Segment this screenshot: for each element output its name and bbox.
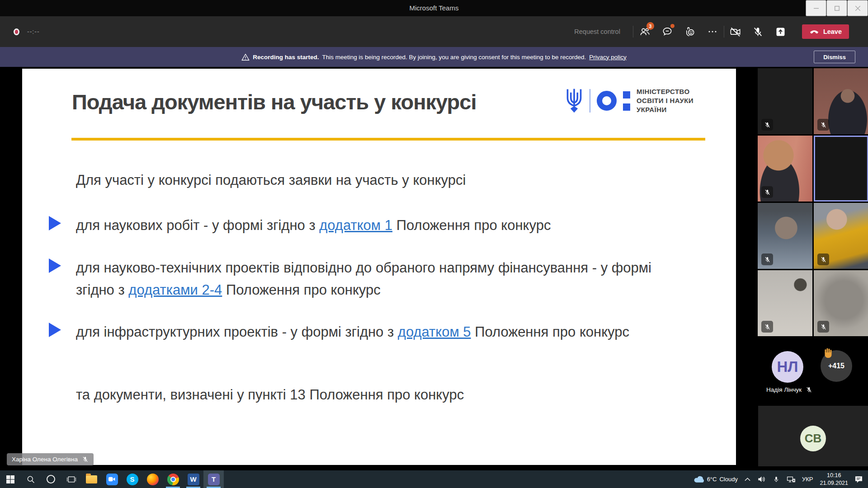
file-explorer-icon [86,475,97,483]
participants-button[interactable]: 3 [633,21,656,42]
ministry-o-logo-icon [597,91,617,111]
chrome-icon [167,474,179,485]
trident-icon [565,87,583,115]
maximize-button[interactable] [826,0,847,16]
chat-button[interactable] [656,21,679,42]
firefox-icon [147,474,159,485]
microphone-tray-button[interactable] [773,476,780,483]
mic-muted-indicator [761,253,773,265]
weather-widget[interactable]: 6°C Cloudy [693,476,738,483]
show-hidden-icons-button[interactable] [745,478,750,481]
chevron-up-icon [745,478,750,481]
slide-link-dodatkamy-2-4[interactable]: додатками 2-4 [128,282,222,298]
teams-icon: T [208,474,220,485]
mic-off-icon [806,386,812,393]
network-button[interactable] [787,476,795,483]
start-button[interactable] [0,470,20,488]
participants-sidebar: НЛ +415 Надія Лінчук СВ [756,67,868,470]
participant-audio-tile[interactable]: СВ [758,406,868,466]
window-titlebar: Microsoft Teams [0,0,868,16]
meeting-stage: Подача документів на участь у конкурсі М… [0,67,868,470]
ministry-logo: МІНІСТЕРСТВО ОСВІТИ І НАУКИ УКРАЇНИ [565,87,693,115]
chat-notification-dot [670,24,675,28]
teams-button[interactable]: T [203,470,224,488]
privacy-policy-link[interactable]: Privacy policy [589,54,627,61]
skype-button[interactable]: S [122,470,142,488]
close-button[interactable] [847,0,868,16]
participant-video-tile[interactable] [758,68,812,134]
leave-button[interactable]: Leave [802,24,849,39]
bullet-triangle-icon [49,323,61,337]
dismiss-button[interactable]: Dismiss [814,51,855,63]
task-view-icon [67,475,76,483]
overflow-participants-badge[interactable]: +415 [821,350,852,382]
action-center-button[interactable] [855,476,863,483]
presenter-name-label: Харіна Олена Олегівна [7,453,94,465]
handset-icon [809,28,819,35]
cortana-button[interactable] [41,470,61,488]
minimize-icon [814,6,819,11]
banner-text: This meeting is being recorded. By joini… [322,54,586,61]
bullet-triangle-icon [49,216,61,230]
banner-bold-text: Recording has started. [253,54,319,61]
participant-video-tile[interactable] [758,136,812,202]
participant-avatar: СВ [800,426,826,451]
logo-divider [590,89,590,113]
request-control-button[interactable]: Request control [574,28,620,35]
slide-bullet-1: для наукових робіт - у формі згідно з до… [76,214,693,236]
ministry-logo-text: МІНІСТЕРСТВО ОСВІТИ І НАУКИ УКРАЇНИ [637,87,693,114]
mic-toggle-button[interactable] [747,21,769,42]
language-indicator[interactable]: УКР [802,476,813,483]
camera-toggle-button[interactable] [724,21,747,42]
participant-video-tile-active-speaker[interactable] [814,136,868,202]
zoom-app-icon [106,474,118,485]
slide-outro-text: та документи, визначені у пункті 13 Поло… [76,387,464,403]
word-icon: W [188,474,199,485]
share-icon [774,26,787,38]
search-button[interactable] [20,470,41,488]
clock[interactable]: 10:16 21.09.2021 [820,472,848,487]
maximize-icon [835,6,840,11]
firefox-button[interactable] [142,470,163,488]
slide-bullet-3: для інфраструктурних проектів - у формі … [76,321,693,343]
slide-title: Подача документів на участь у конкурсі [72,89,476,114]
reactions-button[interactable] [679,21,701,42]
slide-intro-text: Для участі у конкурсі подаються заявки н… [76,172,466,188]
participant-video-tile[interactable] [814,270,868,336]
mic-off-icon [752,26,764,38]
leave-button-label: Leave [823,28,842,35]
shared-presentation-slide: Подача документів на участь у конкурсі М… [22,69,736,465]
mic-muted-indicator [817,321,829,333]
participant-video-tile[interactable] [814,203,868,269]
participant-video-tile[interactable] [758,203,812,269]
chrome-button[interactable] [163,470,183,488]
cortana-icon [47,475,55,483]
participant-video-tile[interactable] [814,68,868,134]
slide-bullet-2: для науково-технічних проектів відповідн… [76,257,693,301]
volume-button[interactable] [757,475,766,483]
participant-avatar[interactable]: НЛ [772,351,803,383]
window-title: Microsoft Teams [0,0,868,16]
search-icon [26,475,35,484]
share-button[interactable] [769,21,792,42]
file-explorer-button[interactable] [81,470,102,488]
bullet-triangle-icon [49,258,61,273]
zoom-app-button[interactable] [102,470,122,488]
reactions-icon [684,26,696,38]
cloud-icon [693,476,704,483]
slide-link-dodatkom-5[interactable]: додатком 5 [398,324,471,340]
more-options-button[interactable] [701,21,724,42]
word-button[interactable]: W [183,470,203,488]
camera-off-icon [729,26,741,38]
raised-hand-icon [823,347,833,358]
slide-link-dodatkom-1[interactable]: додатком 1 [319,217,392,233]
windows-logo-icon [6,475,14,483]
task-view-button[interactable] [61,470,81,488]
recording-banner: Recording has started. This meeting is b… [0,47,868,67]
minimize-button[interactable] [806,0,826,16]
more-options-icon [707,26,718,37]
meeting-timer: --:-- [27,28,40,35]
participant-video-tile[interactable] [758,270,812,336]
weather-temp: 6°C [707,476,717,483]
video-tiles-grid [758,68,868,336]
